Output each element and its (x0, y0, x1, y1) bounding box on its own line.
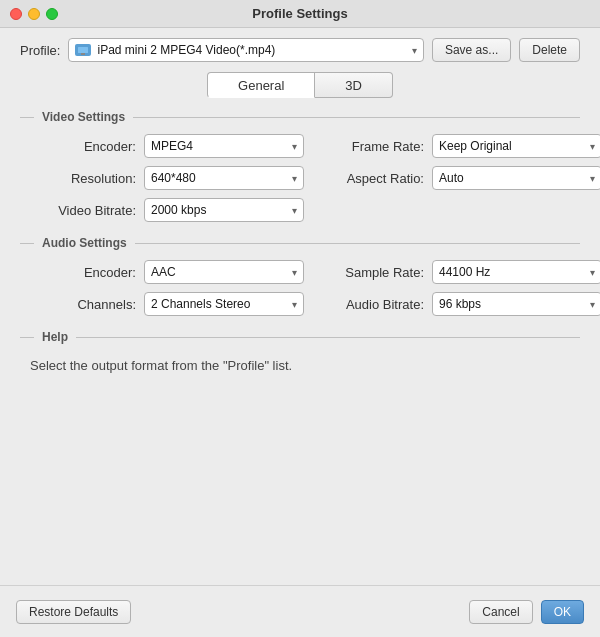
tab-general[interactable]: General (207, 72, 315, 98)
help-line-right (76, 337, 580, 338)
frame-rate-dropdown[interactable]: Keep Original ▾ (432, 134, 600, 158)
sample-rate-chevron-icon: ▾ (590, 267, 595, 278)
titlebar: Profile Settings (0, 0, 600, 28)
audio-bitrate-dropdown[interactable]: 96 kbps ▾ (432, 292, 600, 316)
encoder-value: MPEG4 (151, 139, 193, 153)
audio-encoder-dropdown[interactable]: AAC ▾ (144, 260, 304, 284)
audio-settings-section: Audio Settings Encoder: AAC ▾ Sample Rat… (20, 236, 580, 316)
profile-chevron-icon: ▾ (412, 45, 417, 56)
section-line-left (20, 117, 34, 118)
profile-dropdown[interactable]: iPad mini 2 MPEG4 Video(*.mp4) ▾ (68, 38, 423, 62)
delete-button[interactable]: Delete (519, 38, 580, 62)
encoder-dropdown[interactable]: MPEG4 ▾ (144, 134, 304, 158)
encoder-chevron-icon: ▾ (292, 141, 297, 152)
video-bitrate-chevron-icon: ▾ (292, 205, 297, 216)
help-title: Help (42, 330, 68, 344)
sample-rate-value: 44100 Hz (439, 265, 490, 279)
help-text: Select the output format from the "Profi… (20, 354, 580, 373)
audio-encoder-label: Encoder: (30, 265, 140, 280)
restore-defaults-button[interactable]: Restore Defaults (16, 600, 131, 624)
video-row-2: Resolution: 640*480 ▾ Aspect Ratio: Auto… (20, 166, 580, 190)
profile-label: Profile: (20, 43, 60, 58)
cancel-button[interactable]: Cancel (469, 600, 532, 624)
audio-encoder-chevron-icon: ▾ (292, 267, 297, 278)
svg-rect-2 (81, 53, 85, 55)
save-as-button[interactable]: Save as... (432, 38, 511, 62)
profile-icon (75, 44, 91, 56)
channels-label: Channels: (30, 297, 140, 312)
close-button[interactable] (10, 8, 22, 20)
audio-settings-title: Audio Settings (42, 236, 127, 250)
channels-value: 2 Channels Stereo (151, 297, 250, 311)
audio-row-2: Channels: 2 Channels Stereo ▾ Audio Bitr… (20, 292, 580, 316)
video-bitrate-dropdown[interactable]: 2000 kbps ▾ (144, 198, 304, 222)
video-settings-header: Video Settings (20, 110, 580, 124)
help-header: Help (20, 330, 580, 344)
audio-bitrate-label: Audio Bitrate: (308, 297, 428, 312)
video-settings-section: Video Settings Encoder: MPEG4 ▾ Frame Ra… (20, 110, 580, 222)
video-bitrate-label: Video Bitrate: (30, 203, 140, 218)
aspect-ratio-value: Auto (439, 171, 464, 185)
resolution-chevron-icon: ▾ (292, 173, 297, 184)
traffic-lights (10, 8, 58, 20)
video-settings-title: Video Settings (42, 110, 125, 124)
bottom-right-buttons: Cancel OK (469, 600, 584, 624)
section-line-right (133, 117, 580, 118)
profile-row: Profile: iPad mini 2 MPEG4 Video(*.mp4) … (20, 38, 580, 62)
audio-settings-header: Audio Settings (20, 236, 580, 250)
sample-rate-dropdown[interactable]: 44100 Hz ▾ (432, 260, 600, 284)
audio-line-left (20, 243, 34, 244)
maximize-button[interactable] (46, 8, 58, 20)
audio-encoder-value: AAC (151, 265, 176, 279)
ok-button[interactable]: OK (541, 600, 584, 624)
help-line-left (20, 337, 34, 338)
resolution-dropdown[interactable]: 640*480 ▾ (144, 166, 304, 190)
bottom-bar: Restore Defaults Cancel OK (0, 585, 600, 637)
resolution-label: Resolution: (30, 171, 140, 186)
help-section: Help Select the output format from the "… (20, 330, 580, 373)
frame-rate-value: Keep Original (439, 139, 512, 153)
profile-value: iPad mini 2 MPEG4 Video(*.mp4) (97, 43, 275, 57)
frame-rate-chevron-icon: ▾ (590, 141, 595, 152)
encoder-label: Encoder: (30, 139, 140, 154)
audio-line-right (135, 243, 580, 244)
aspect-ratio-dropdown[interactable]: Auto ▾ (432, 166, 600, 190)
sample-rate-label: Sample Rate: (308, 265, 428, 280)
tab-3d[interactable]: 3D (315, 72, 393, 98)
audio-bitrate-chevron-icon: ▾ (590, 299, 595, 310)
channels-dropdown[interactable]: 2 Channels Stereo ▾ (144, 292, 304, 316)
frame-rate-label: Frame Rate: (308, 139, 428, 154)
minimize-button[interactable] (28, 8, 40, 20)
aspect-ratio-chevron-icon: ▾ (590, 173, 595, 184)
main-content: Profile: iPad mini 2 MPEG4 Video(*.mp4) … (0, 28, 600, 401)
resolution-value: 640*480 (151, 171, 196, 185)
video-bitrate-value: 2000 kbps (151, 203, 206, 217)
tabs-row: General 3D (20, 72, 580, 98)
audio-bitrate-value: 96 kbps (439, 297, 481, 311)
video-row-1: Encoder: MPEG4 ▾ Frame Rate: Keep Origin… (20, 134, 580, 158)
video-row-3: Video Bitrate: 2000 kbps ▾ (20, 198, 580, 222)
svg-rect-1 (78, 47, 88, 53)
window-title: Profile Settings (252, 6, 347, 21)
audio-row-1: Encoder: AAC ▾ Sample Rate: 44100 Hz ▾ (20, 260, 580, 284)
aspect-ratio-label: Aspect Ratio: (308, 171, 428, 186)
channels-chevron-icon: ▾ (292, 299, 297, 310)
